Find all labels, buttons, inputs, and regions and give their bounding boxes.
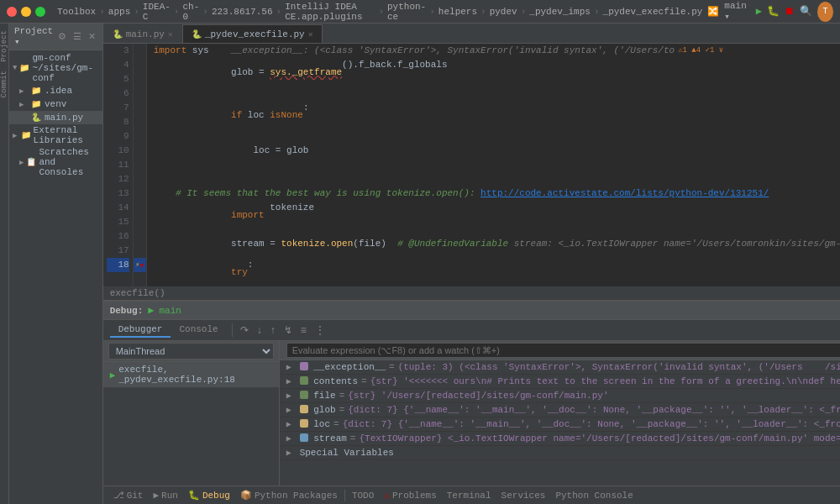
var-type-icon <box>300 433 308 442</box>
python-packages-button[interactable]: 📦 Python Packages <box>235 490 343 501</box>
tree-item-idea[interactable]: ▶ 📁 .idea <box>9 84 102 97</box>
code-editor[interactable]: import sys __exception__: (<class 'Synta… <box>147 44 840 286</box>
var-type-icon <box>300 362 308 370</box>
nav-version[interactable]: 223.8617.56 <box>212 7 273 17</box>
debug-status-button[interactable]: 🐛 Debug <box>183 490 235 501</box>
var-row-loc[interactable]: ▶ loc = {dict: 7} {'__name__': '__main__… <box>280 417 840 432</box>
evaluate-button[interactable]: ≡ <box>298 324 309 336</box>
tree-item-venv[interactable]: ▶ 📁 venv <box>9 97 102 111</box>
search-button[interactable]: 🔍 <box>800 5 812 18</box>
user-avatar[interactable]: T <box>817 2 833 22</box>
nav-pydev-imps[interactable]: _pydev_imps <box>529 7 591 17</box>
todo-button[interactable]: TODO <box>347 491 379 501</box>
py-tab-icon: 🐍 <box>113 29 123 39</box>
nav-helpers[interactable]: helpers <box>438 7 477 17</box>
nav-toolbox[interactable]: Toolbox <box>57 7 96 17</box>
python-console-label: Python Console <box>555 491 633 501</box>
tree-item-extlibs[interactable]: ▶ 📁 External Libraries <box>9 124 102 146</box>
left-sidebar: Project Commit <box>0 24 9 504</box>
var-row-special[interactable]: ▶ Special Variables <box>280 446 840 460</box>
project-settings-button[interactable]: ⚙ <box>56 31 68 42</box>
var-row-contents[interactable]: ▶ contents = {str} '<<<<<<< ours\n# Prin… <box>280 375 840 389</box>
nav-apps[interactable]: apps <box>108 7 130 17</box>
var-type-icon <box>300 419 308 428</box>
code-line-5 <box>154 87 840 101</box>
python-console-button[interactable]: Python Console <box>550 491 638 501</box>
vars-header: ✕ <box>280 341 840 360</box>
expand-arrow: ▼ <box>13 64 17 72</box>
step-out-button[interactable]: ↑ <box>268 324 278 336</box>
nav-idea[interactable]: IDEA-C <box>143 2 171 22</box>
expand-arrow: ▶ <box>19 158 24 167</box>
editor-area: 🐍 main.py ✕ 🐍 _pydev_execfile.py ✕ 3 4 5… <box>103 24 840 504</box>
problems-button[interactable]: ⚠ Problems <box>379 490 441 501</box>
expand-icon: ▶ <box>286 391 297 401</box>
tab-mainpy[interactable]: 🐍 main.py ✕ <box>103 24 182 43</box>
run-button[interactable]: ▶ <box>756 5 762 18</box>
tab-console[interactable]: Console <box>171 323 226 338</box>
tab-close-button[interactable]: ✕ <box>168 29 173 39</box>
var-row-glob[interactable]: ▶ glob = {dict: 7} {'__name__': '__main_… <box>280 403 840 417</box>
tree-item-scratches[interactable]: ▶ 📋 Scratches and Consoles <box>9 146 102 178</box>
var-row-file[interactable]: ▶ file = {str} '/Users/[redacted]/sites/… <box>280 389 840 403</box>
terminal-button[interactable]: Terminal <box>442 491 496 501</box>
titlebar: Toolbox› apps› IDEA-C› ch-0› 223.8617.56… <box>0 0 840 24</box>
sidebar-item-commit[interactable]: Commit <box>0 67 8 101</box>
folder-icon: 📁 <box>30 98 42 110</box>
breadcrumb-text: execfile() <box>110 288 165 298</box>
nav-python-ce[interactable]: python-ce <box>387 2 426 22</box>
run-label: Run <box>161 491 178 501</box>
sidebar-item-project[interactable]: Project <box>0 27 8 66</box>
project-collapse-button[interactable]: ☰ <box>71 31 83 42</box>
run-to-cursor-button[interactable]: ↯ <box>281 324 295 336</box>
project-panel: Project ▾ ⚙ ☰ ✕ ▼ 📁 gm-conf ~/sites/gm-c… <box>9 24 103 504</box>
tree-item-label: .idea <box>45 86 72 96</box>
code-line-10: import tokenize <box>154 201 840 229</box>
debug-button[interactable]: 🐛 <box>767 5 780 18</box>
gutter: ⚡ ● <box>134 44 147 286</box>
debug-content: MainThread ▶ execfile, _pydev_execfile.p… <box>103 341 840 486</box>
code-line-9: # It seems that the best way is using to… <box>154 186 840 201</box>
minimize-button[interactable] <box>21 7 31 17</box>
var-row-exception[interactable]: ▶ __exception__ = (tuple: 3) (<class 'Sy… <box>280 360 840 375</box>
code-line-11: stream = tokenize.open(file) # @Undefine… <box>154 229 840 258</box>
terminal-label: Terminal <box>447 491 491 501</box>
breakpoint-icon: ● <box>139 261 144 269</box>
tab-execfile[interactable]: 🐍 _pydev_execfile.py ✕ <box>182 24 323 43</box>
tab-debugger[interactable]: Debugger <box>110 323 171 338</box>
frame-item-execfile[interactable]: ▶ execfile, _pydev_execfile.py:18 <box>103 362 279 387</box>
expand-arrow: ▶ <box>19 100 28 109</box>
var-row-stream[interactable]: ▶ stream = {TextIOWrapper} <_io.TextIOWr… <box>280 432 840 446</box>
tree-item-label: venv <box>45 99 66 109</box>
project-close-button[interactable]: ✕ <box>87 31 97 42</box>
git-button[interactable]: ⎇ Git <box>108 490 149 501</box>
folder-icon: 📁 <box>30 85 42 97</box>
tree-item-label: main.py <box>45 113 83 123</box>
git-icon: ⎇ <box>113 490 124 501</box>
bottom-bar: ⎇ Git ▶ Run 🐛 Debug 📦 Python Packages TO… <box>103 486 840 504</box>
maximize-button[interactable] <box>35 7 45 17</box>
nav-file[interactable]: _pydev_execfile.py <box>603 7 703 17</box>
step-over-button[interactable]: ↷ <box>238 324 251 336</box>
tree-item-mainpy[interactable]: ▶ 🐍 main.py <box>9 111 102 124</box>
more-options-button[interactable]: ⋮ <box>312 324 328 336</box>
tree-item-label: gm-conf ~/sites/gm-conf <box>32 53 98 83</box>
close-button[interactable] <box>7 7 17 17</box>
expand-icon: ▶ <box>286 433 297 444</box>
editor-content: 3 4 5 6 7 8 9 10 11 12 13 14 15 16 17 18 <box>103 44 840 286</box>
stop-button[interactable]: ⏹ <box>785 5 795 18</box>
step-into-button[interactable]: ↓ <box>255 324 265 336</box>
nav-intellij[interactable]: IntelliJ IDEA CE.app.plugins <box>285 2 375 22</box>
thread-select[interactable]: MainThread <box>108 343 274 360</box>
problems-icon: ⚠ <box>384 490 390 501</box>
nav-ch[interactable]: ch-0 <box>182 2 199 22</box>
run-status-button[interactable]: ▶ Run <box>148 490 182 501</box>
py-icon: 🐍 <box>30 112 42 123</box>
services-button[interactable]: Services <box>496 491 551 501</box>
tab-close-button[interactable]: ✕ <box>308 29 313 39</box>
vcs-icon[interactable]: 🔀 <box>707 6 719 17</box>
evaluate-input[interactable] <box>286 343 840 358</box>
branch-label[interactable]: main ▾ <box>724 1 750 22</box>
tree-item-gmconf[interactable]: ▼ 📁 gm-conf ~/sites/gm-conf <box>9 52 102 84</box>
nav-pydev[interactable]: pydev <box>490 7 517 17</box>
